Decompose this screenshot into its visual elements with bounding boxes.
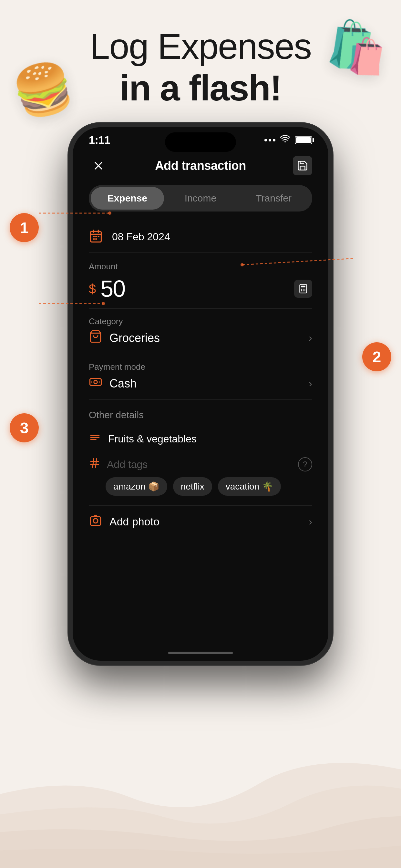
category-section[interactable]: Category Groceries [89, 309, 312, 354]
header-line2: in a flash! [120, 68, 281, 108]
photo-section[interactable]: Add photo › [89, 505, 312, 538]
currency-icon: $ [89, 282, 96, 296]
annotation-1: 1 [10, 213, 39, 242]
form-content: 08 Feb 2024 Amount $ 50 [73, 221, 328, 538]
tags-placeholder[interactable]: Add tags [107, 459, 148, 470]
svg-point-19 [303, 289, 304, 290]
tags-section: Add tags ? amazon 📦 netflix [89, 451, 312, 502]
svg-point-22 [303, 290, 304, 291]
tags-row: Add tags ? [89, 457, 312, 471]
signal-dots [265, 139, 275, 142]
wifi-icon [280, 134, 290, 146]
category-left: Groceries [89, 330, 160, 346]
svg-rect-14 [93, 238, 95, 240]
phone-screen: 1:11 [73, 127, 328, 661]
status-time: 1:11 [89, 134, 110, 146]
tag-label-amazon: amazon [113, 482, 146, 492]
payment-chevron: › [309, 377, 312, 390]
payment-left: Cash [89, 375, 136, 392]
category-chevron: › [309, 332, 312, 344]
status-bar: 1:11 [73, 127, 328, 150]
category-row: Groceries › [89, 330, 312, 346]
home-indicator [168, 652, 233, 654]
dynamic-island [165, 132, 236, 152]
svg-point-27 [91, 381, 92, 383]
svg-point-20 [305, 289, 305, 290]
other-details-label: Other details [89, 400, 312, 427]
calculator-button[interactable] [294, 280, 312, 298]
svg-rect-11 [93, 236, 95, 237]
svg-point-6 [284, 141, 286, 143]
note-icon [89, 431, 101, 446]
note-text: Fruits & vegetables [108, 433, 197, 445]
amount-left: $ 50 [89, 275, 125, 302]
phone-mockup: 1:11 [68, 123, 333, 665]
amount-row: $ 50 [89, 275, 312, 302]
tag-netflix[interactable]: netflix [173, 477, 212, 496]
svg-rect-15 [95, 238, 97, 240]
tab-transfer[interactable]: Transfer [237, 187, 310, 210]
amount-label: Amount [89, 261, 312, 272]
page-header: Log Expenses in a flash! [0, 26, 401, 109]
save-button[interactable] [293, 156, 312, 175]
svg-point-37 [93, 519, 98, 523]
svg-point-23 [305, 290, 305, 291]
tag-label-vacation: vacation [226, 482, 259, 492]
close-button[interactable] [89, 156, 108, 175]
dot3 [273, 139, 275, 142]
photo-label: Add photo [110, 516, 159, 528]
svg-rect-17 [301, 286, 305, 287]
tab-expense[interactable]: Expense [91, 187, 164, 210]
phone-shell: 1:11 [68, 123, 333, 665]
status-icons [265, 134, 312, 146]
svg-line-35 [96, 459, 96, 468]
tag-vacation[interactable]: vacation 🌴 [218, 477, 281, 496]
payment-row: Cash › [89, 375, 312, 392]
tag-emoji-vacation: 🌴 [262, 481, 273, 492]
cash-icon [89, 375, 102, 392]
svg-point-21 [301, 290, 302, 291]
tag-emoji-amazon: 📦 [148, 481, 159, 492]
calendar-icon [89, 229, 104, 244]
tags-left: Add tags [89, 457, 148, 471]
dot1 [265, 139, 267, 142]
svg-line-34 [93, 459, 94, 468]
battery-fill [296, 137, 311, 143]
grocery-icon [89, 330, 102, 346]
tag-amazon[interactable]: amazon 📦 [105, 477, 167, 496]
amount-value[interactable]: 50 [100, 275, 125, 302]
dot2 [269, 139, 271, 142]
tab-income[interactable]: Income [164, 187, 237, 210]
battery-icon [295, 136, 312, 144]
transaction-tabs: Expense Income Transfer [89, 185, 312, 212]
tags-chips: amazon 📦 netflix vacation 🌴 [105, 477, 312, 496]
payment-label: Payment mode [89, 362, 312, 372]
date-value: 08 Feb 2024 [112, 231, 170, 243]
app-title: Add transaction [155, 159, 246, 173]
annotation-3: 3 [10, 413, 39, 442]
tag-label-netflix: netflix [181, 482, 204, 492]
svg-rect-13 [98, 236, 100, 237]
svg-point-18 [301, 289, 302, 290]
note-row[interactable]: Fruits & vegetables [89, 427, 312, 451]
photo-left: Add photo [89, 514, 159, 530]
date-row[interactable]: 08 Feb 2024 [89, 221, 312, 252]
photo-chevron: › [309, 516, 312, 528]
hashtag-icon [89, 457, 100, 471]
amount-section: Amount $ 50 [89, 252, 312, 309]
tags-help-icon[interactable]: ? [298, 457, 312, 471]
header-text: Log Expenses in a flash! [0, 26, 401, 109]
photo-icon [89, 514, 102, 530]
category-value: Groceries [110, 331, 160, 345]
payment-section[interactable]: Payment mode Cash [89, 354, 312, 400]
app-header: Add transaction [73, 150, 328, 182]
svg-rect-12 [95, 236, 97, 237]
payment-value: Cash [110, 377, 136, 391]
header-line1: Log Expenses [90, 26, 311, 66]
svg-point-26 [94, 380, 97, 384]
annotation-2: 2 [362, 342, 391, 371]
svg-point-28 [99, 381, 100, 383]
category-label: Category [89, 316, 312, 327]
